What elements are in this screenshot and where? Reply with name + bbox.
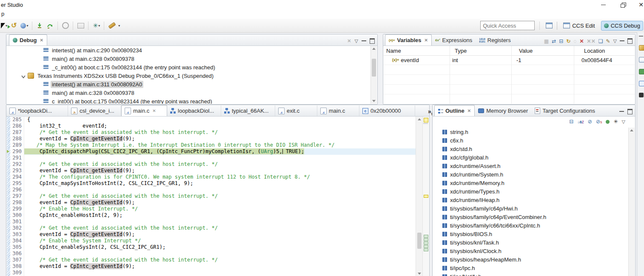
- trace-button[interactable]: ✳▾: [92, 22, 101, 29]
- outline-item[interactable]: ti/sysbios/knl/Task.h: [433, 238, 629, 247]
- menu-item-fragment[interactable]: p: [1, 11, 4, 17]
- outline-item[interactable]: ti/sysbios/knl/Clock.h: [433, 247, 629, 255]
- code-line[interactable]: 287 /* Get the event id associated with …: [7, 129, 416, 136]
- view-menu-icon[interactable]: ▽: [622, 119, 625, 125]
- code-line[interactable]: 308 eventId = CpIntc_getEventId(9);: [7, 263, 416, 270]
- console-button[interactable]: [77, 22, 85, 29]
- column-type[interactable]: Type: [452, 48, 516, 54]
- hide-fields-icon[interactable]: ⊘: [588, 119, 592, 125]
- column-value[interactable]: Value: [516, 48, 581, 54]
- minimize-view-icon[interactable]: [362, 39, 366, 41]
- maximize-view-icon[interactable]: [627, 38, 633, 44]
- remove-all-icon[interactable]: ✕✕: [587, 39, 596, 44]
- code-line[interactable]: 285{: [7, 117, 416, 123]
- connect-target-button[interactable]: ▾: [20, 22, 29, 29]
- code-line[interactable]: 295 CpIntc_mapSysIntToHostInt(2, CSL_CIC…: [7, 180, 416, 187]
- perspective-ccs-edit[interactable]: CCS Edit: [561, 21, 597, 30]
- change-marker[interactable]: [424, 242, 428, 245]
- tab-debug[interactable]: Debug ✕: [9, 34, 47, 46]
- debug-frame-row[interactable]: intertest() at main.c:290 0x00809234: [7, 46, 371, 54]
- tab-expressions[interactable]: 6x² Expressions: [432, 35, 476, 46]
- new-watch-icon[interactable]: ❏: [598, 39, 603, 44]
- debug-frame-row[interactable]: Texas Instruments XDS2xx USB Debug Probe…: [7, 71, 371, 80]
- code-line[interactable]: 300 CpIntc_enableHostInt(2, 9);: [7, 212, 416, 219]
- code-line[interactable]: 301: [7, 219, 416, 225]
- outline-scrollbar[interactable]: [628, 128, 635, 276]
- step-into-button[interactable]: [36, 22, 44, 30]
- trim-view-icon[interactable]: [639, 57, 644, 63]
- editor-tab-typical-66ak-[interactable]: typical_66AK...: [221, 105, 275, 116]
- outline-item[interactable]: xdc/runtime/Assert.h: [433, 162, 629, 170]
- column-location[interactable]: Location: [581, 48, 605, 54]
- show-type-names-icon[interactable]: ▦: [544, 39, 549, 44]
- close-icon[interactable]: ✕: [425, 38, 428, 43]
- code-line[interactable]: 302 /* Get the event id associated with …: [7, 225, 416, 231]
- debug-frame-row[interactable]: c_int00() at boot.c:175 0x00823144 (the …: [7, 97, 371, 104]
- change-marker[interactable]: [424, 248, 428, 251]
- editor-tab-0x20b00000[interactable]: c0x20b00000: [359, 105, 415, 116]
- collapse-all-icon[interactable]: ⊟: [569, 119, 573, 125]
- table-row[interactable]: (x)=eventIdint-10x008544F4: [384, 55, 635, 65]
- remove-terminated-icon[interactable]: ✕: [347, 38, 351, 44]
- code-line[interactable]: 306: [7, 250, 416, 257]
- code-line[interactable]: 288 eventId = CpIntc_getEventId(9);: [7, 136, 416, 142]
- code-line[interactable]: 286 int32_t eventId;: [7, 123, 416, 129]
- minimize-button[interactable]: [597, 1, 610, 8]
- outline-item[interactable]: ti/sysbios/heaps/HeapMem.h: [433, 255, 629, 264]
- code-line[interactable]: 296: [7, 187, 416, 193]
- editor-tab-loopbackdiol-[interactable]: loopbackDiol...: [167, 105, 221, 116]
- outline-item[interactable]: ti/ipc/Ipc.h: [433, 264, 629, 272]
- restore-trim-icon[interactable]: [639, 36, 643, 37]
- quick-access-input[interactable]: [480, 21, 535, 30]
- tab-variables[interactable]: (x)= Variables ✕: [385, 34, 432, 46]
- maximize-view-icon[interactable]: [627, 109, 633, 114]
- code-line[interactable]: 304 /* Enable the System Interrupt */: [7, 238, 416, 244]
- show-logical-structure-icon[interactable]: ⇄: [552, 39, 556, 44]
- debug-frame-row[interactable]: _c_int00() at boot.c:175 0x00823144 (the…: [7, 63, 371, 71]
- tab-outline[interactable]: Outline ✕: [434, 105, 475, 116]
- suspend-button[interactable]: [61, 21, 70, 30]
- editor-tab-main-c[interactable]: .cmain.c✕: [121, 105, 167, 116]
- code-line[interactable]: 290 CpIntc_dispatchPlug(CSL_CIC2_IPC_GR1…: [7, 148, 416, 155]
- perspective-ccs-debug[interactable]: CCS Debug: [601, 21, 643, 31]
- expander-icon[interactable]: [21, 74, 26, 78]
- outline-item[interactable]: ti/sysbios/family/c64p/Hwi.h: [433, 204, 629, 213]
- code-line[interactable]: 297 /* Get the event id associated with …: [7, 193, 416, 199]
- sort-alphabetically-icon[interactable]: ↓az: [577, 120, 584, 124]
- trim-view-icon[interactable]: [639, 45, 644, 51]
- outline-item[interactable]: xdc/runtime/Types.h: [433, 187, 629, 196]
- outline-item[interactable]: ti/sysbios/family/c64p/EventCombiner.h: [433, 213, 629, 221]
- step-over-button[interactable]: [46, 22, 54, 30]
- outline-item[interactable]: c6x.h: [433, 136, 629, 145]
- trim-view-icon[interactable]: [639, 81, 644, 86]
- minimize-view-icon[interactable]: [619, 110, 624, 112]
- edit-watch-icon[interactable]: ✎: [606, 39, 610, 44]
- minimize-view-icon[interactable]: [620, 39, 624, 41]
- editor-tab-exit-c[interactable]: .cexit.c: [275, 105, 317, 116]
- editor-tab-csl-device-i-[interactable]: .hcsl_device_i...: [68, 105, 121, 116]
- code-line[interactable]: 294 /* The configuration is for CPINTC0.…: [7, 174, 416, 180]
- occurrence-marker[interactable]: [424, 195, 428, 198]
- outline-item[interactable]: xdc/runtime/System.h: [433, 170, 629, 179]
- restore-button[interactable]: [617, 1, 630, 8]
- open-perspective-button[interactable]: [545, 22, 553, 29]
- editor-scrollbar[interactable]: [416, 117, 423, 276]
- code-line[interactable]: 298 eventId = CpIntc_getEventId(9);: [7, 199, 416, 206]
- close-icon[interactable]: ✕: [467, 108, 471, 113]
- outline-item[interactable]: xdc/runtime/IHeap.h: [433, 196, 629, 204]
- code-line[interactable]: 303 eventId = CpIntc_getEventId(9);: [7, 231, 416, 238]
- view-menu-icon[interactable]: ▽: [355, 38, 358, 44]
- trim-view-icon[interactable]: [639, 69, 644, 74]
- hide-non-public-icon[interactable]: [606, 120, 610, 124]
- outline-item[interactable]: xdc/runtime/Memory.h: [433, 179, 629, 187]
- hide-inactive-icon[interactable]: ✳: [613, 119, 618, 125]
- editor-tab--loopbackdi-[interactable]: .c*loopbackDi...: [6, 105, 68, 116]
- tab-target-configurations[interactable]: Target Configurations: [531, 105, 598, 116]
- code-line[interactable]: 291: [7, 155, 416, 161]
- tab-memory-browser[interactable]: Memory Browser: [475, 105, 531, 116]
- debug-frame-row[interactable]: main() at main.c:328 0x00809378: [7, 54, 371, 63]
- change-marker[interactable]: [424, 245, 428, 248]
- close-icon[interactable]: ✕: [152, 108, 156, 113]
- code-editor[interactable]: 285{286 int32_t eventId;287 /* Get the e…: [7, 117, 416, 276]
- highlight-button[interactable]: ▾: [108, 23, 121, 28]
